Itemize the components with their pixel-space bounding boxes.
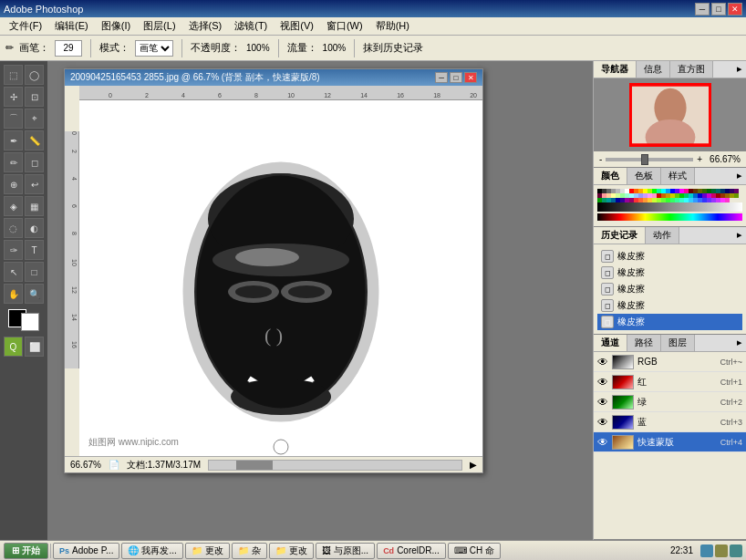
pen-tool[interactable]: ✑ — [4, 240, 23, 260]
network-tray-icon — [700, 544, 713, 557]
close-button[interactable]: ✕ — [728, 3, 742, 16]
magic-wand-tool[interactable]: ⌖ — [25, 109, 44, 129]
doc-maximize-button[interactable]: □ — [450, 72, 462, 83]
lasso-tool[interactable]: ⌒ — [4, 109, 23, 129]
spectrum-bar[interactable] — [597, 213, 742, 221]
menu-filter[interactable]: 滤镜(T) — [229, 17, 273, 35]
canvas-white[interactable]: ( ) 姐图网 www.nipic.com — [79, 100, 482, 456]
tab-info[interactable]: 信息 — [637, 61, 670, 78]
shape-tool[interactable]: □ — [25, 262, 44, 282]
taskbar-adobe-ps[interactable]: Ps Adobe P... — [53, 543, 119, 559]
doc-window-controls: ─ □ ✕ — [435, 72, 477, 83]
tab-history[interactable]: 历史记录 — [594, 227, 646, 244]
history-label-4: 橡皮擦 — [617, 299, 645, 312]
marquee-rect-tool[interactable]: ⬚ — [4, 65, 23, 85]
history-item-5[interactable]: ◻ 橡皮擦 — [597, 314, 742, 330]
taskbar-cmd[interactable]: ⌨ CH 命 — [448, 543, 501, 559]
channel-visibility-quickmask[interactable]: 👁 — [597, 436, 608, 449]
marquee-ellipse-tool[interactable]: ◯ — [25, 65, 44, 85]
eyedropper-tool[interactable]: ✒ — [4, 130, 23, 150]
background-color[interactable] — [21, 313, 39, 331]
menu-layer[interactable]: 图层(L) — [138, 17, 181, 35]
clone-tool[interactable]: ⊕ — [4, 174, 23, 194]
taskbar-folder-2[interactable]: 📁 杂 — [232, 543, 267, 559]
channel-visibility-blue[interactable]: 👁 — [597, 416, 608, 429]
zoom-plus-icon[interactable]: + — [697, 154, 702, 164]
history-item-4[interactable]: ◻ 橡皮擦 — [597, 297, 742, 314]
history-item-1[interactable]: ◻ 橡皮擦 — [597, 248, 742, 264]
mode-select[interactable]: 画笔 — [135, 40, 173, 57]
tab-layers[interactable]: 图层 — [661, 335, 695, 351]
start-button[interactable]: ⊞ 开始 — [4, 543, 48, 559]
menu-help[interactable]: 帮助(H) — [370, 17, 415, 35]
scroll-right[interactable]: ▶ — [470, 460, 477, 470]
taskbar-corel[interactable]: Cd CorelDR... — [377, 543, 446, 559]
zoom-tool[interactable]: 🔍 — [25, 284, 44, 304]
scroll-bar-h[interactable] — [208, 460, 462, 471]
crop-tool[interactable]: ⊡ — [25, 87, 44, 107]
zoom-thumb[interactable] — [641, 154, 648, 165]
taskbar-folder-3[interactable]: 📁 更改 — [269, 543, 314, 559]
channel-rgb[interactable]: 👁 RGB Ctrl+~ — [594, 352, 746, 372]
quick-mask-tool[interactable]: Q — [4, 337, 23, 357]
zoom-slider[interactable] — [606, 158, 693, 161]
channel-quickmask[interactable]: 👁 快速蒙版 Ctrl+4 — [594, 432, 746, 452]
history-brush-tool[interactable]: ↩ — [25, 174, 44, 194]
tab-paths[interactable]: 路径 — [627, 335, 661, 351]
doc-minimize-button[interactable]: ─ — [435, 72, 448, 83]
tab-histogram[interactable]: 直方图 — [670, 61, 713, 78]
channel-green[interactable]: 👁 绿 Ctrl+2 — [594, 392, 746, 412]
menu-window[interactable]: 窗口(W) — [321, 17, 368, 35]
tab-color[interactable]: 颜色 — [594, 168, 627, 184]
zoom-level: 66.67% — [70, 460, 101, 470]
history-item-2[interactable]: ◻ 橡皮擦 — [597, 264, 742, 281]
zoom-minus-icon[interactable]: - — [599, 154, 602, 164]
tool-row-7: ◈ ▦ — [4, 196, 44, 216]
menu-select[interactable]: 选择(S) — [183, 17, 228, 35]
channel-visibility-red[interactable]: 👁 — [597, 376, 608, 389]
color-gradient-bar[interactable] — [597, 202, 742, 212]
brush-tool[interactable]: ✏ — [4, 152, 23, 172]
channel-red[interactable]: 👁 红 Ctrl+1 — [594, 372, 746, 392]
menu-view[interactable]: 视图(V) — [275, 17, 319, 35]
menu-edit[interactable]: 编辑(E) — [49, 17, 94, 35]
dodge-tool[interactable]: ◐ — [25, 218, 44, 238]
taskbar-folder-1[interactable]: 📁 更改 — [185, 543, 230, 559]
color-panel-menu-icon[interactable]: ▸ — [733, 168, 746, 184]
color-swatch[interactable] — [734, 193, 739, 198]
canvas-area[interactable]: 20090425165453 2855.jpg @ 66.7% (背景 副本，快… — [47, 61, 593, 540]
channel-visibility-rgb[interactable]: 👁 — [597, 356, 608, 368]
tab-navigator[interactable]: 导航器 — [594, 61, 637, 78]
channels-panel-menu-icon[interactable]: ▸ — [733, 335, 746, 351]
brush-size-input[interactable] — [55, 40, 82, 57]
measure-tool[interactable]: 📏 — [25, 130, 44, 150]
nav-image-container — [629, 83, 711, 147]
channel-visibility-green[interactable]: 👁 — [597, 396, 608, 409]
blur-tool[interactable]: ◌ — [4, 218, 23, 238]
taskbar-browser[interactable]: 🌐 我再发... — [121, 543, 182, 559]
channel-blue[interactable]: 👁 蓝 Ctrl+3 — [594, 412, 746, 432]
history-panel-menu-icon[interactable]: ▸ — [733, 227, 746, 244]
path-select-tool[interactable]: ↖ — [4, 262, 23, 282]
minimize-button[interactable]: ─ — [695, 3, 710, 16]
tab-actions[interactable]: 动作 — [646, 227, 679, 244]
screen-mode-tool[interactable]: ⬜ — [25, 337, 44, 357]
maximize-button[interactable]: □ — [711, 3, 726, 16]
gradient-tool[interactable]: ▦ — [25, 196, 44, 216]
menu-file[interactable]: 文件(F) — [4, 17, 47, 35]
menu-image[interactable]: 图像(I) — [96, 17, 136, 35]
tab-styles[interactable]: 样式 — [661, 168, 695, 184]
doc-close-button[interactable]: ✕ — [464, 72, 477, 83]
paint-bucket-tool[interactable]: ◈ — [4, 196, 23, 216]
tab-swatches[interactable]: 色板 — [627, 168, 661, 184]
history-item-3[interactable]: ◻ 橡皮擦 — [597, 281, 742, 297]
ps-icon: Ps — [59, 546, 69, 555]
tab-channels[interactable]: 通道 — [594, 335, 627, 351]
panel-menu-icon[interactable]: ▸ — [733, 61, 746, 78]
text-tool[interactable]: T — [25, 240, 44, 260]
color-swatch[interactable] — [725, 198, 730, 202]
move-tool[interactable]: ✢ — [4, 87, 23, 107]
eraser-tool[interactable]: ◻ — [25, 152, 44, 172]
hand-tool[interactable]: ✋ — [4, 284, 23, 304]
taskbar-compare[interactable]: 🖼 与原图... — [316, 543, 375, 559]
